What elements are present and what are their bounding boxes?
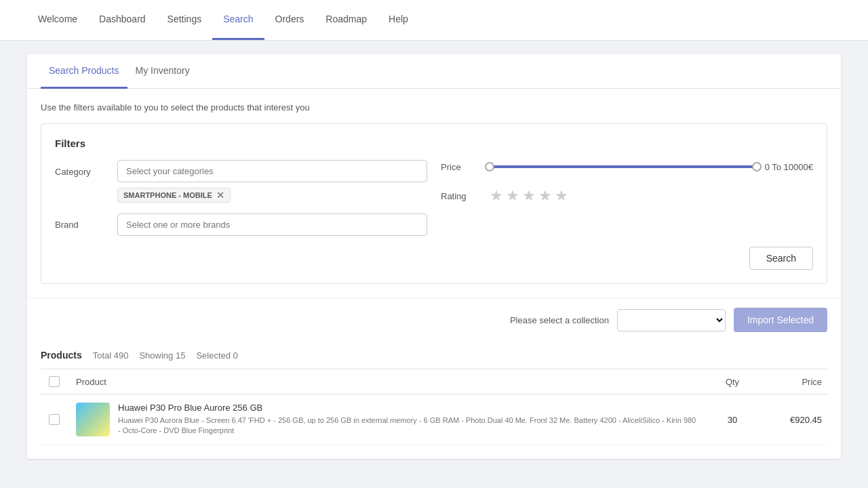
main-card: Search Products My Inventory Use the fil… xyxy=(27,54,841,459)
filters-section: Use the filters available to you to sele… xyxy=(27,89,841,298)
category-label: Category xyxy=(55,160,109,177)
product-thumbnail xyxy=(76,403,110,436)
products-title: Products xyxy=(41,350,82,361)
stars-container[interactable]: ★ ★ ★ ★ ★ xyxy=(490,187,568,205)
collection-label: Please select a collection xyxy=(510,315,609,325)
slider-thumb-left[interactable] xyxy=(485,162,494,171)
filters-hint: Use the filters available to you to sele… xyxy=(41,102,827,113)
products-total: Total 490 xyxy=(93,350,129,361)
price-slider-wrap[interactable] xyxy=(490,160,757,174)
product-qty: 30 xyxy=(705,415,760,425)
products-section: Products Total 490 Showing 15 Selected 0… xyxy=(27,342,841,459)
products-header-row: Products Total 490 Showing 15 Selected 0 xyxy=(41,342,827,369)
header-checkbox[interactable] xyxy=(41,376,68,387)
star-5[interactable]: ★ xyxy=(555,187,568,205)
product-cell: Huawei P30 Pro Blue Aurore 256 GB Huawei… xyxy=(68,403,705,436)
product-info: Huawei P30 Pro Blue Aurore 256 GB Huawei… xyxy=(118,403,697,436)
nav-orders[interactable]: Orders xyxy=(264,0,315,40)
nav-dashboard[interactable]: Dashboard xyxy=(88,0,157,40)
nav-search[interactable]: Search xyxy=(212,0,264,40)
brand-input[interactable] xyxy=(117,214,427,236)
product-name: Huawei P30 Pro Blue Aurore 256 GB xyxy=(118,403,697,413)
column-price: Price xyxy=(760,377,827,387)
column-product: Product xyxy=(68,377,705,387)
star-1[interactable]: ★ xyxy=(490,187,503,205)
products-showing: Showing 15 xyxy=(139,350,185,361)
nav-roadmap[interactable]: Roadmap xyxy=(315,0,378,40)
star-3[interactable]: ★ xyxy=(522,187,536,205)
nav-welcome[interactable]: Welcome xyxy=(27,0,88,40)
table-header: Product Qty Price xyxy=(41,369,827,394)
nav-settings[interactable]: Settings xyxy=(157,0,213,40)
collection-select[interactable] xyxy=(617,309,726,331)
category-tag: SMARTPHONE - MOBILE ✕ xyxy=(117,188,231,203)
product-description: Huawei P30 Aurora Blue - Screen 6.47 'FH… xyxy=(118,415,697,436)
rating-row: Rating ★ ★ ★ ★ ★ xyxy=(441,187,813,205)
import-selected-button[interactable]: Import Selected xyxy=(734,308,827,332)
rating-label: Rating xyxy=(441,191,481,201)
search-button[interactable]: Search xyxy=(749,247,813,270)
top-nav: Welcome Dashboard Settings Search Orders… xyxy=(0,0,868,41)
category-row: Category SMARTPHONE - MOBILE ✕ xyxy=(55,160,427,203)
brand-label: Brand xyxy=(55,220,109,230)
tabs-bar: Search Products My Inventory xyxy=(27,54,841,89)
filters-title: Filters xyxy=(55,138,813,149)
price-value: 0 To 10000€ xyxy=(765,162,813,172)
filters-box: Filters Category SMARTPHONE - xyxy=(41,123,827,284)
tab-search-products[interactable]: Search Products xyxy=(41,54,127,89)
column-qty: Qty xyxy=(705,377,760,387)
row-checkbox[interactable] xyxy=(41,414,68,425)
main-container: Search Products My Inventory Use the fil… xyxy=(0,41,868,488)
price-label: Price xyxy=(441,162,481,172)
products-selected: Selected 0 xyxy=(196,350,237,361)
star-2[interactable]: ★ xyxy=(506,187,519,205)
product-price: €920.45 xyxy=(760,415,827,425)
category-tag-label: SMARTPHONE - MOBILE xyxy=(123,191,212,199)
slider-thumb-right[interactable] xyxy=(752,162,762,171)
star-4[interactable]: ★ xyxy=(538,187,552,205)
nav-help[interactable]: Help xyxy=(378,0,419,40)
brand-row: Brand xyxy=(55,214,427,236)
import-bar: Please select a collection Import Select… xyxy=(27,298,841,342)
price-row: Price 0 To 10000€ xyxy=(441,160,813,174)
table-row: Huawei P30 Pro Blue Aurore 256 GB Huawei… xyxy=(41,394,827,445)
category-input[interactable] xyxy=(117,160,427,182)
category-tag-close[interactable]: ✕ xyxy=(216,190,224,200)
tab-my-inventory[interactable]: My Inventory xyxy=(127,54,198,89)
